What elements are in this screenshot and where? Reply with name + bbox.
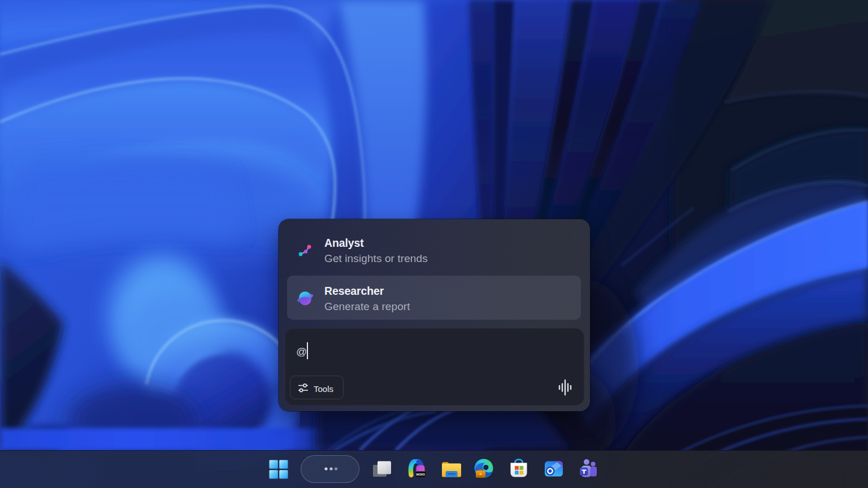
svg-text:M365: M365: [416, 472, 425, 476]
